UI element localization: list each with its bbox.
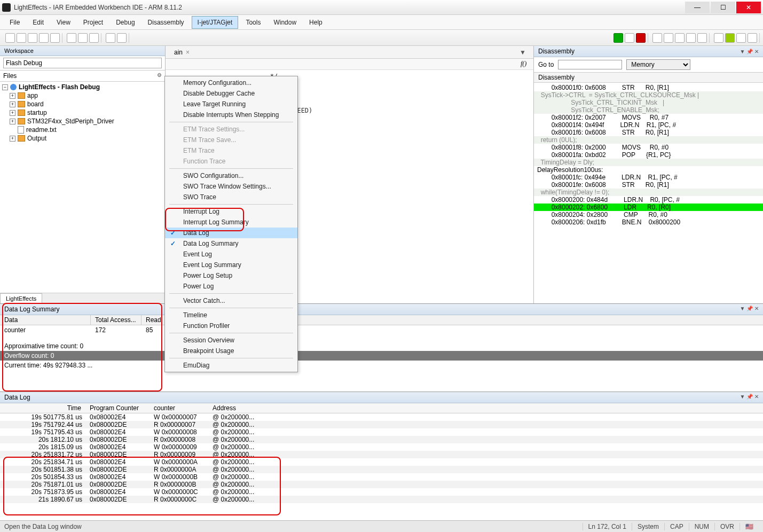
menu-item-memory-configuration---[interactable]: Memory Configuration... [165, 77, 297, 88]
disasm-line[interactable]: 0x80001f4: 0x494f LDR.N R1, [PC, # [534, 121, 763, 129]
menu-item-swo-trace[interactable]: SWO Trace [165, 192, 297, 202]
debug-go-icon[interactable] [613, 33, 623, 43]
copy-icon[interactable] [78, 33, 88, 43]
menu-item-function-profiler[interactable]: Function Profiler [165, 320, 297, 331]
menu-item-event-log-summary[interactable]: Event Log Summary [165, 260, 297, 270]
config-selector[interactable] [0, 56, 165, 71]
swo-icon[interactable] [725, 33, 735, 43]
maximize-button[interactable]: ☐ [711, 2, 735, 13]
datalog-row[interactable]: 20s 501851.38 us0x080002DER 0x0000000A@ … [0, 466, 763, 473]
function-list-icon[interactable]: f() [521, 60, 529, 68]
open-file-icon[interactable] [17, 33, 26, 43]
tree-toggle-icon[interactable]: + [10, 136, 15, 142]
menu-item-data-log-summary[interactable]: Data Log Summary [165, 238, 297, 249]
disasm-line[interactable]: while(TimingDelay != 0); [534, 189, 763, 196]
menu-item-breakpoint-usage[interactable]: Breakpoint Usage [165, 346, 297, 356]
disasm-line[interactable]: SysTick_CTRL_TICKINT_Msk | [534, 99, 763, 106]
redo-icon[interactable] [117, 33, 127, 43]
workspace-tab[interactable]: LightEffects [0, 293, 42, 303]
menu-item-interrupt-log[interactable]: Interrupt Log [165, 206, 297, 217]
disasm-line[interactable]: DelayResolution100us: [534, 166, 763, 174]
tree-toggle-icon[interactable]: + [10, 101, 15, 107]
tree-item[interactable]: +STM32F4xx_StdPeriph_Driver [2, 117, 163, 126]
step-instruction-icon[interactable] [686, 33, 696, 43]
close-tab-icon[interactable]: × [186, 49, 190, 56]
save-icon[interactable] [28, 33, 37, 43]
datalog-row[interactable]: 20s 751871.01 us0x080002DER 0x0000000B@ … [0, 481, 763, 488]
trace-icon[interactable] [736, 33, 746, 43]
menu-help[interactable]: Help [304, 17, 328, 28]
new-file-icon[interactable] [5, 33, 15, 43]
disasm-line[interactable]: 0x8000202: 0x6800 LDR R0, [R0] [534, 204, 763, 211]
tree-item[interactable]: +startup [2, 108, 163, 117]
datalog-pin-icons[interactable]: ▼ 📌 ✕ [740, 394, 759, 401]
tree-toggle-icon[interactable]: + [10, 119, 15, 124]
tree-item[interactable]: +board [2, 100, 163, 108]
step-over-icon[interactable] [652, 33, 662, 43]
menu-edit[interactable]: Edit [27, 17, 49, 28]
menu-debug[interactable]: Debug [111, 17, 140, 28]
disasm-line[interactable]: return (0UL); [534, 136, 763, 144]
disasm-line[interactable]: SysTick->CTRL = SysTick_CTRL_CLKSOURCE_M… [534, 91, 763, 99]
disasm-line[interactable]: 0x80001f2: 0x2007 MOVS R0, #7 [534, 114, 763, 121]
disasm-line[interactable]: 0x80001f0: 0x6008 STR R0, [R1] [534, 84, 763, 91]
menu-view[interactable]: View [51, 17, 76, 28]
datalog-body[interactable]: 19s 501775.81 us0x080002E4W 0x00000007@ … [0, 413, 763, 520]
disasm-line[interactable]: 0x8000200: 0x484d LDR.N R0, [PC, # [534, 196, 763, 204]
tree-toggle-icon[interactable]: − [2, 84, 8, 90]
disasm-line[interactable]: 0x80001f8: 0x2000 MOVS R0, #0 [534, 144, 763, 151]
menu-item-swo-configuration---[interactable]: SWO Configuration... [165, 170, 297, 181]
menu-item-session-overview[interactable]: Session Overview [165, 335, 297, 346]
datalog-row[interactable]: 19s 751792.44 us0x080002DER 0x00000007@ … [0, 421, 763, 428]
menu-item-emudiag[interactable]: EmuDiag [165, 360, 297, 371]
menu-item-vector-catch---[interactable]: Vector Catch... [165, 295, 297, 306]
project-root[interactable]: LightEffects - Flash Debug [19, 83, 100, 91]
datalog-row[interactable]: 21s 1890.67 us0x080002DER 0x0000000C@ 0x… [0, 496, 763, 503]
disasm-line[interactable]: 0x8000204: 0x2800 CMP R0, #0 [534, 211, 763, 218]
disasm-line[interactable]: 0x80001fc: 0x494e LDR.N R1, [PC, # [534, 174, 763, 181]
disasm-line[interactable]: 0x8000206: 0xd1fb BNE.N 0x8000200 [534, 218, 763, 226]
paste-icon[interactable] [89, 33, 99, 43]
memory-select[interactable]: Memory [626, 59, 690, 70]
editor-tab[interactable]: ain × [169, 47, 195, 58]
datalog-row[interactable]: 20s 251831.72 us0x080002DER 0x00000009@ … [0, 451, 763, 458]
menu-item-leave-target-running[interactable]: Leave Target Running [165, 99, 297, 109]
save-all-icon[interactable] [39, 33, 49, 43]
menu-tools[interactable]: Tools [240, 17, 266, 28]
files-config-icon[interactable]: ⚙ [157, 72, 162, 80]
menu-item-event-log[interactable]: Event Log [165, 249, 297, 260]
editor-dropdown-icon[interactable]: ▼ [520, 49, 526, 56]
disasm-line[interactable]: 0x80001f6: 0x6008 STR R0, [R1] [534, 129, 763, 136]
config-input[interactable] [3, 58, 162, 68]
menu-item-disable-debugger-cache[interactable]: Disable Debugger Cache [165, 88, 297, 99]
menu-item-timeline[interactable]: Timeline [165, 310, 297, 320]
disassembly-pin-icons[interactable]: ▼ 📌 ✕ [740, 49, 759, 54]
datalog-row[interactable]: 19s 751795.43 us0x080002E4W 0x00000008@ … [0, 428, 763, 436]
datalog-row[interactable]: 20s 1812.10 us0x080002DER 0x00000008@ 0x… [0, 436, 763, 443]
menu-disassembly[interactable]: Disassembly [143, 17, 190, 28]
disassembly-view[interactable]: 0x80001f0: 0x6008 STR R0, [R1] SysTick->… [534, 83, 763, 303]
menu-item-swo-trace-window-settings---[interactable]: SWO Trace Window Settings... [165, 181, 297, 192]
tree-item[interactable]: +app [2, 91, 163, 100]
datalog-row[interactable]: 20s 251834.71 us0x080002E4W 0x0000000A@ … [0, 458, 763, 466]
menu-item-power-log-setup[interactable]: Power Log Setup [165, 270, 297, 281]
menu-item-power-log[interactable]: Power Log [165, 281, 297, 292]
menu-project[interactable]: Project [78, 17, 108, 28]
menu-item-interrupt-log-summary[interactable]: Interrupt Log Summary [165, 217, 297, 228]
disasm-line[interactable]: SysTick_CTRL_ENABLE_Msk; [534, 106, 763, 114]
trace2-icon[interactable] [748, 33, 757, 43]
goto-input[interactable] [558, 60, 622, 69]
debug-reset-icon[interactable] [636, 33, 646, 43]
print-icon[interactable] [50, 33, 60, 43]
step-out-icon[interactable] [675, 33, 685, 43]
dls-row[interactable]: counter 172 85 [0, 325, 763, 335]
project-tree[interactable]: −LightEffects - Flash Debug+app+board+st… [0, 82, 165, 293]
datalog-row[interactable]: 20s 1815.09 us0x080002E4W 0x00000009@ 0x… [0, 443, 763, 451]
tree-item[interactable]: readme.txt [2, 126, 163, 134]
menu-ijetjtagjet[interactable]: I-jet/JTAGjet [192, 16, 239, 29]
datalog-row[interactable]: 19s 501775.81 us0x080002E4W 0x00000007@ … [0, 413, 763, 421]
menu-item-disable-interrupts-when-stepping[interactable]: Disable Interrupts When Stepping [165, 109, 297, 120]
disasm-line[interactable]: 0x80001fe: 0x6008 STR R0, [R1] [534, 181, 763, 189]
datalog-row[interactable]: 20s 751873.95 us0x080002E4W 0x0000000C@ … [0, 488, 763, 496]
minimize-button[interactable]: — [685, 2, 710, 13]
